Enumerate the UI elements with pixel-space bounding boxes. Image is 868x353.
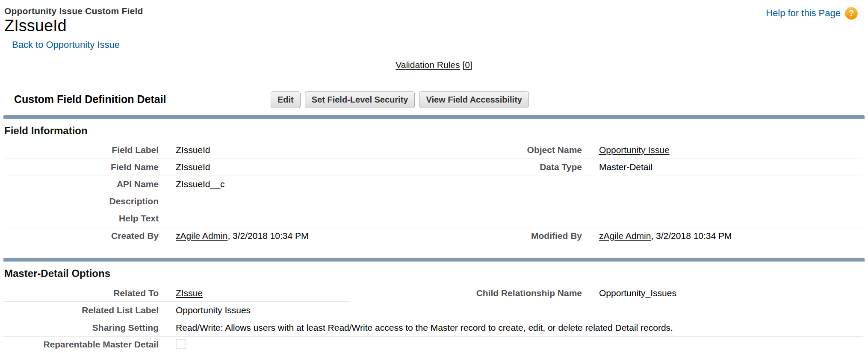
api-name-value: ZIssueId__c [164, 179, 435, 189]
related-to-label: Related To [3, 288, 164, 298]
help-area: Help for this Page ? [766, 7, 858, 20]
table-row: API Name ZIssueId__c [3, 176, 863, 193]
field-name-label: Field Name [3, 162, 164, 172]
related-to-link[interactable]: ZIssue [176, 288, 203, 298]
field-label-label: Field Label [3, 145, 164, 155]
field-label-value: ZIssueId [164, 145, 435, 155]
validation-rules-count-link[interactable]: 0 [465, 60, 470, 70]
edit-button[interactable]: Edit [271, 91, 301, 108]
help-text-label: Help Text [3, 213, 164, 224]
table-row: Sharing Setting Read/Write: Allows users… [3, 319, 863, 337]
created-by-datetime: , 3/2/2018 10:34 PM [227, 231, 308, 241]
detail-button-row: Edit Set Field-Level Security View Field… [271, 91, 529, 108]
field-information-title: Field Information [4, 125, 868, 137]
modified-by-label: Modified By [435, 231, 587, 241]
table-row: Description [3, 193, 863, 210]
table-row: Related To ZIssue Child Relationship Nam… [3, 285, 863, 302]
table-row: Help Text [3, 210, 863, 227]
table-row: Field Name ZIssueId Data Type Master-Det… [3, 159, 863, 176]
help-for-this-page-link[interactable]: Help for this Page [766, 8, 841, 19]
detail-header: Custom Field Definition Detail Edit Set … [0, 91, 868, 109]
back-to-object-link[interactable]: Back to Opportunity Issue [12, 39, 120, 50]
object-name-label: Object Name [435, 145, 587, 155]
related-list-label-label: Related List Label [3, 305, 164, 315]
description-label: Description [3, 196, 164, 206]
table-row: Related List Label Opportunity Issues [3, 302, 863, 319]
master-detail-section-bar [3, 258, 865, 262]
set-field-level-security-button[interactable]: Set Field-Level Security [305, 91, 415, 108]
created-by-user-link[interactable]: zAgile Admin [176, 231, 227, 241]
api-name-label: API Name [3, 179, 164, 189]
data-type-value: Master-Detail [587, 162, 863, 172]
modified-by-user-link[interactable]: zAgile Admin [599, 231, 651, 241]
data-type-label: Data Type [435, 162, 587, 172]
custom-field-detail-page: Opportunity Issue Custom Field ZIssueId … [0, 0, 868, 353]
validation-rules-link[interactable]: Validation Rules [396, 60, 460, 70]
table-row: Created By zAgile Admin, 3/2/2018 10:34 … [3, 227, 863, 244]
page-title: ZIssueId [4, 17, 859, 35]
validation-rules-line: Validation Rules [0] [0, 60, 868, 70]
sharing-setting-value: Read/Write: Allows users with at least R… [164, 323, 863, 333]
child-relationship-name-value: Opportunity_Issues [587, 288, 863, 298]
created-by-label: Created By [3, 231, 164, 241]
reparentable-master-detail-label: Reparentable Master Detail [3, 339, 164, 350]
table-row: Reparentable Master Detail [3, 337, 863, 353]
created-by-value: zAgile Admin, 3/2/2018 10:34 PM [164, 231, 435, 241]
sharing-setting-label: Sharing Setting [3, 323, 164, 333]
object-kicker: Opportunity Issue Custom Field [4, 6, 859, 16]
page-header: Opportunity Issue Custom Field ZIssueId … [0, 0, 868, 50]
field-information-table: Field Label ZIssueId Object Name Opportu… [3, 142, 863, 244]
related-list-label-value: Opportunity Issues [164, 305, 863, 315]
table-row: Field Label ZIssueId Object Name Opportu… [3, 142, 863, 159]
master-detail-options-table: Related To ZIssue Child Relationship Nam… [3, 285, 863, 353]
detail-section-title: Custom Field Definition Detail [14, 93, 166, 106]
validation-rules-bracket-close: ] [470, 60, 472, 70]
child-relationship-name-label: Child Relationship Name [435, 288, 587, 298]
field-name-value: ZIssueId [164, 162, 435, 172]
object-name-link[interactable]: Opportunity Issue [599, 145, 670, 155]
modified-by-value: zAgile Admin, 3/2/2018 10:34 PM [587, 231, 863, 241]
master-detail-options-title: Master-Detail Options [4, 268, 868, 279]
field-information-section-bar [3, 115, 865, 119]
modified-by-datetime: , 3/2/2018 10:34 PM [651, 231, 732, 241]
view-field-accessibility-button[interactable]: View Field Accessibility [419, 91, 529, 108]
reparentable-checkbox[interactable] [176, 339, 186, 349]
help-question-icon[interactable]: ? [845, 7, 858, 20]
